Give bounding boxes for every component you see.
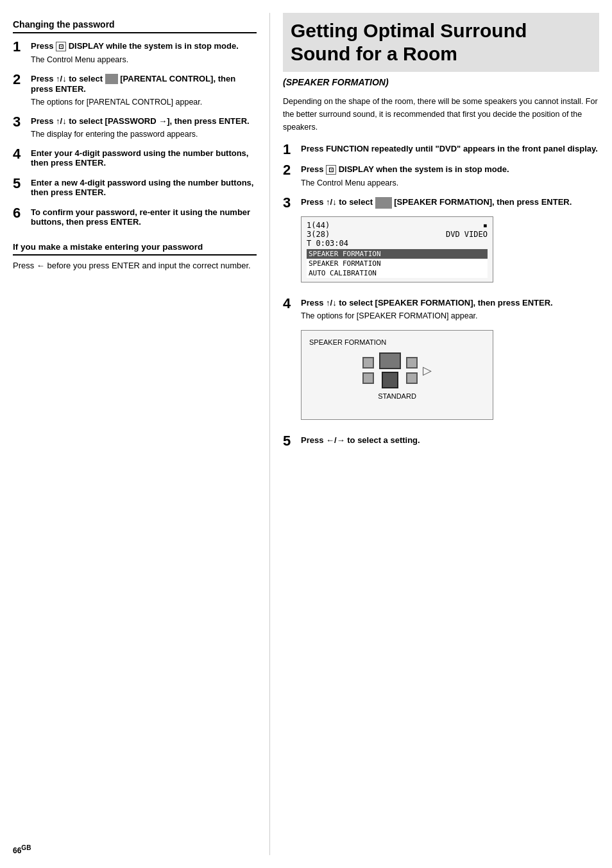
display-line3: T 0:03:04	[307, 239, 488, 248]
right-front-speaker	[406, 357, 418, 369]
r-step-num-2: 2	[283, 163, 301, 177]
step-4-main: Enter your 4-digit password using the nu…	[31, 148, 257, 168]
display-icon-2: ⊡	[326, 165, 336, 175]
center-speaker	[379, 352, 401, 369]
center-speaker-group	[379, 352, 401, 388]
r-step-num-1: 1	[283, 143, 301, 157]
r-step-4-desc: The options for [SPEAKER FORMATION] appe…	[301, 310, 599, 322]
step-4-speaker: 4 Press ↑/↓ to select [SPEAKER FORMATION…	[283, 298, 599, 428]
r-step-5-content: Press ←/→ to select a setting.	[301, 435, 599, 447]
step-2-desc: The options for [PARENTAL CONTROL] appea…	[31, 96, 257, 108]
step-5-password: 5 Enter a new 4-digit password using the…	[13, 178, 257, 200]
r-step-2-desc: The Control Menu appears.	[301, 177, 599, 189]
left-speakers	[362, 357, 374, 384]
step-3-content: Press ↑/↓ to select [PASSWORD →], then p…	[31, 116, 257, 141]
step-2-content: Press ↑/↓ to select [PARENTAL CONTROL], …	[31, 74, 257, 108]
display-menu-item-1-highlighted: SPEAKER FORMATION	[307, 249, 488, 259]
step-num-3: 3	[13, 115, 31, 129]
display-box-1: 1(44) ▪ 3(28) DVD VIDEO T 0:03:04 SPEAKE…	[301, 216, 493, 282]
step-1-speaker: 1 Press FUNCTION repeatedly until "DVD" …	[283, 144, 599, 157]
mistake-text: Press ← before you press ENTER and input…	[13, 261, 257, 270]
step-4-password: 4 Enter your 4-digit password using the …	[13, 148, 257, 170]
step-2-speaker: 2 Press ⊡ DISPLAY when the system is in …	[283, 164, 599, 189]
step-5-content: Enter a new 4-digit password using the n…	[31, 178, 257, 200]
r-step-4-content: Press ↑/↓ to select [SPEAKER FORMATION],…	[301, 298, 599, 428]
r-step-5-main: Press ←/→ to select a setting.	[301, 435, 599, 445]
display-line1-right: ▪	[483, 221, 488, 230]
step-6-password: 6 To confirm your password, re-enter it …	[13, 207, 257, 229]
display-menu-item-2: SPEAKER FORMATION	[307, 259, 488, 268]
step-num-4: 4	[13, 147, 31, 161]
speaker-label: STANDARD	[378, 392, 416, 400]
steps-list-speaker: 1 Press FUNCTION repeatedly until "DVD" …	[283, 144, 599, 448]
r-step-num-4: 4	[283, 297, 301, 311]
right-column: Getting Optimal Surround Sound for a Roo…	[269, 13, 599, 855]
step-6-main: To confirm your password, re-enter it us…	[31, 207, 257, 227]
step-2-password: 2 Press ↑/↓ to select [PARENTAL CONTROL]…	[13, 74, 257, 108]
section-title-password: Changing the password	[13, 19, 257, 33]
step-3-speaker: 3 Press ↑/↓ to select [SPEAKER FORMATION…	[283, 197, 599, 290]
step-2-main: Press ↑/↓ to select [PARENTAL CONTROL], …	[31, 74, 257, 94]
display-line1-left: 1(44)	[307, 221, 330, 230]
step-5-main: Enter a new 4-digit password using the n…	[31, 178, 257, 197]
step-4-content: Enter your 4-digit password using the nu…	[31, 148, 257, 170]
display-line2-left: 3(28)	[307, 230, 330, 239]
page-number: 66GB	[13, 844, 31, 855]
display-row-1: 1(44) ▪	[307, 221, 488, 230]
r-step-4-main: Press ↑/↓ to select [SPEAKER FORMATION],…	[301, 298, 599, 308]
step-1-content: Press ⊡ DISPLAY while the system is in s…	[31, 41, 257, 66]
step-num-2: 2	[13, 73, 31, 87]
r-step-2-content: Press ⊡ DISPLAY when the system is in st…	[301, 164, 599, 189]
step-num-5: 5	[13, 177, 31, 191]
mistake-title: If you make a mistake entering your pass…	[13, 242, 257, 256]
steps-list-password: 1 Press ⊡ DISPLAY while the system is in…	[13, 41, 257, 229]
step-5-speaker: 5 Press ←/→ to select a setting.	[283, 435, 599, 448]
step-1-main: Press ⊡ DISPLAY while the system is in s…	[31, 41, 257, 51]
step-1-password: 1 Press ⊡ DISPLAY while the system is in…	[13, 41, 257, 66]
step-num-1: 1	[13, 40, 31, 54]
r-step-num-5: 5	[283, 434, 301, 448]
step-3-main: Press ↑/↓ to select [PASSWORD →], then p…	[31, 116, 257, 126]
display-row-2: 3(28) DVD VIDEO	[307, 230, 488, 239]
r-step-2-main: Press ⊡ DISPLAY when the system is in st…	[301, 164, 599, 175]
main-title: Getting Optimal Surround Sound for a Roo…	[283, 13, 599, 72]
intro-text: Depending on the shape of the room, ther…	[283, 95, 599, 134]
step-1-desc: The Control Menu appears.	[31, 54, 257, 66]
speaker-formation-box: SPEAKER FORMATION	[301, 330, 493, 420]
display-line2-right: DVD VIDEO	[446, 230, 488, 239]
mistake-section: If you make a mistake entering your pass…	[13, 242, 257, 270]
right-speakers	[406, 357, 418, 384]
arrow-right-icon: ▷	[423, 363, 432, 378]
speaker-box-title: SPEAKER FORMATION	[309, 338, 386, 346]
r-step-1-main: Press FUNCTION repeatedly until "DVD" ap…	[301, 144, 599, 153]
left-column: Changing the password 1 Press ⊡ DISPLAY …	[13, 13, 257, 855]
display-menu-item-3: AUTO CALIBRATION	[307, 268, 488, 278]
subwoofer	[382, 372, 398, 388]
subtitle: (SPEAKER FORMATION)	[283, 77, 599, 87]
left-rear-speaker	[362, 372, 374, 384]
left-front-speaker	[362, 357, 374, 369]
r-step-num-3: 3	[283, 196, 301, 210]
step-num-6: 6	[13, 206, 31, 220]
step-3-desc: The display for entering the password ap…	[31, 128, 257, 141]
r-step-3-content: Press ↑/↓ to select [SPEAKER FORMATION],…	[301, 197, 599, 290]
step-6-content: To confirm your password, re-enter it us…	[31, 207, 257, 229]
display-icon: ⊡	[56, 42, 66, 51]
speaker-diagram: ▷	[362, 352, 432, 388]
r-step-3-main: Press ↑/↓ to select [SPEAKER FORMATION],…	[301, 197, 599, 209]
right-rear-speaker	[406, 372, 418, 384]
step-3-password: 3 Press ↑/↓ to select [PASSWORD →], then…	[13, 116, 257, 141]
r-step-1-content: Press FUNCTION repeatedly until "DVD" ap…	[301, 144, 599, 156]
